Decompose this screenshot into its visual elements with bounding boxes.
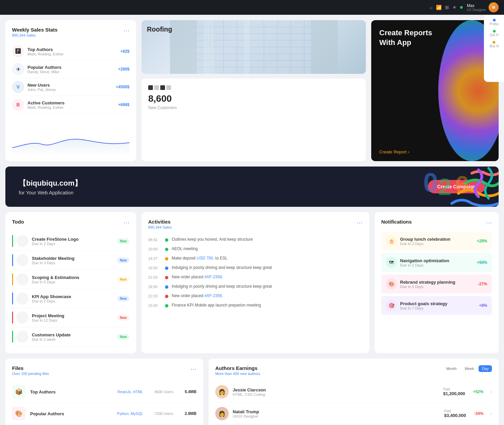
todo-circle [16,273,29,285]
todo-info: Scoping & Estimations Due In 5 Days [32,275,79,284]
act-item-3: 14:37 Make deposit USD 700. to ESL [148,253,362,263]
stat-desc: John, Pat, Jimmy [27,88,56,92]
new-customers-card: 8,600 New Customers [142,79,366,161]
sq-dark [148,85,153,90]
file-item-1: 📦 Top Authors ReactJs, HTML 4600 Users 5… [12,381,197,403]
todo-circle [16,235,29,247]
activities-title: Activities [148,219,172,225]
svg-rect-18 [244,20,250,74]
author-item-2: 👩 Natali Trump UI/UX Designer Paid $3,40… [215,403,492,425]
weekly-sales-menu[interactable]: ⋯ [123,27,129,34]
cr-title: Create Reports With App [379,28,491,47]
tab-day[interactable]: Day [479,365,492,372]
notif-info: Group lunch celebration Due In 2 Days [400,237,450,246]
todo-card: Todo ⋯ Create FireStone Logo Due In 2 Da… [5,212,136,353]
act-item-4: 16:50 Indulging in poorly driving and ke… [148,263,362,272]
author-paid-group: Paid $3,400,000 [444,409,466,418]
author-avatar: 👩 [215,407,229,420]
activities-menu[interactable]: ⋯ [356,219,362,226]
grid-icon[interactable]: ⊞ [445,5,449,10]
stat-top-authors: 🅿 Top Authors Mark, Rowling, Esther +82$ [12,43,129,60]
todo-item-2: Stakeholder Meeting Due In 3 Days New [12,251,129,270]
main-content: Weekly Sales Stats 890,344 Sales ⋯ 🅿 Top… [0,15,504,425]
notif-pct: -27% [478,282,487,286]
weekly-sales-card: Weekly Sales Stats 890,344 Sales ⋯ 🅿 Top… [5,20,136,161]
brightness-icon[interactable]: ☀ [452,5,457,10]
todo-bar [12,292,13,304]
sq-gray [154,85,159,90]
card-header: Weekly Sales Stats 890,344 Sales ⋯ [12,27,129,37]
cb-main: 【biqubiqu.com】 [19,178,82,188]
row1: Weekly Sales Stats 890,344 Sales ⋯ 🅿 Top… [5,20,499,161]
act-item-8: 10:30 Finance KPI Mobile app launch prep… [148,300,362,310]
banner-decoration: 0 2 6 [371,167,499,207]
activities-subtitle: 890,344 Sales [148,225,172,229]
chevron-right-icon[interactable]: › [490,411,492,417]
notifications-menu[interactable]: ⋯ [486,219,492,226]
act-dot [165,257,168,261]
signal-icon[interactable]: 📶 [436,5,442,10]
act-dot [165,267,168,270]
act-item-2: 10:00 AEOL meeting [148,244,362,253]
act-dot [165,304,168,308]
authors-header: Authors Earnings More than 400 new autho… [215,365,492,376]
notif-item-4: 🎯 Product goals strategy Due In 7 Days +… [381,296,492,315]
author-pct: +52% [473,389,484,394]
notif-item-2: 🗺 Navigation optimization Due In 2 Days … [381,253,492,272]
search-icon[interactable]: ⌕ [430,5,433,10]
act-dot [165,285,168,289]
todo-item-6: Customers Update Due In 1 week New [12,327,129,346]
user-role: UX Designer [467,8,486,12]
popular-authors-icon: ✈ [12,63,24,75]
todo-badge: New [117,238,129,244]
files-header: Files Over 100 pending files ⋯ [12,365,197,376]
row3: Todo ⋯ Create FireStone Logo Due In 2 Da… [5,212,499,353]
todo-item-5: Project Meeting Due In 12 Days New [12,308,129,327]
todo-item-1: Create FireStone Logo Due In 2 Days New [12,232,129,251]
cb-sub: for Your Web Application [19,190,82,195]
files-menu[interactable]: ⋯ [190,365,197,373]
todo-bar [12,273,13,285]
todo-menu[interactable]: ⋯ [123,219,129,226]
chevron-right-icon[interactable]: › [490,389,492,395]
roofing-card: Roofing [142,20,366,74]
row4: Files Over 100 pending files ⋯ 📦 Top Aut… [5,359,499,425]
sq-gray2 [166,85,171,90]
files-card: Files Over 100 pending files ⋯ 📦 Top Aut… [5,359,203,425]
notifications-card: Notifications ⋯ 🎂 Group lunch celebratio… [375,212,499,353]
notif-info: Product goals strategy Due In 7 Days [400,301,447,310]
todo-info: KPI App Showcase Due In 2 Days [32,294,71,303]
notif-item-3: 🎨 Rebrand strategy planning Due In 5 Day… [381,275,492,293]
author-info: Natali Trump UI/UX Designer [233,409,259,418]
user-profile[interactable]: Max UX Designer M [467,2,499,12]
svg-rect-17 [204,20,214,74]
author-info: Jessie Clarcson HTML, CSS Coding [233,387,266,396]
tab-month[interactable]: Month [443,365,460,372]
todo-bar [12,312,13,324]
files-title-group: Files Over 100 pending files [12,365,49,376]
todo-bar [12,235,13,247]
todo-circle [16,254,29,266]
sales-chart [12,128,129,154]
act-item-6: 16:50 Indulging in poorly driving and ke… [148,282,362,291]
todo-title: Todo [12,219,24,225]
files-title: Files [12,365,49,371]
authors-subtitle: More than 400 new authors [215,372,260,376]
stat-active-customers: B Active Customers Mark, Rowling, Esther… [12,96,129,114]
notif-item-1: 🎂 Group lunch celebration Due In 2 Days … [381,232,492,250]
ae-tabs: Month Week Day [443,365,492,372]
todo-badge: New [117,277,129,282]
notif-pct: +50% [477,260,487,265]
cr-text: Create Reports With App [371,20,499,55]
author-avatar: 👩 [215,385,229,398]
roofing-col: Roofing 8,600 New Customers [142,20,366,161]
user-name: Max [467,3,486,8]
todo-item-4: KPI App Showcase Due In 2 Days New [12,289,129,308]
nc-squares [148,85,359,90]
stat-name: Top Authors [27,47,64,52]
svg-text:6: 6 [455,171,469,199]
cb-text: 【biqubiqu.com】 for Your Web Application [19,178,82,195]
tab-week[interactable]: Week [461,365,478,372]
stat-value: +280$ [118,67,129,72]
avatar[interactable]: M [489,2,499,12]
